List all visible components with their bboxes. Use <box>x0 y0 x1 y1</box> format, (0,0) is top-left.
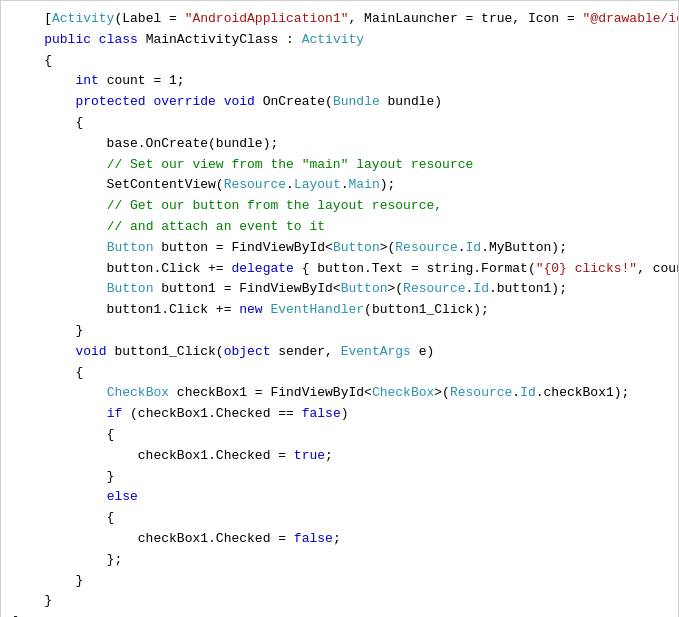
code-content: // Get our button from the layout resour… <box>13 196 666 217</box>
code-content: checkBox1.Checked = false; <box>13 529 666 550</box>
code-line: [Activity(Label = "AndroidApplication1",… <box>1 9 678 30</box>
code-line: Button button = FindViewById<Button>(Res… <box>1 238 678 259</box>
token-plain <box>13 281 107 296</box>
token-plain: button1.Click += <box>13 302 239 317</box>
token-plain: ); <box>380 177 396 192</box>
token-type: Resource <box>395 240 457 255</box>
token-plain <box>216 94 224 109</box>
token-plain <box>13 489 107 504</box>
token-type: Layout <box>294 177 341 192</box>
code-line: int count = 1; <box>1 71 678 92</box>
token-kw: delegate <box>231 261 293 276</box>
token-plain: count = 1; <box>99 73 185 88</box>
code-line: checkBox1.Checked = false; <box>1 529 678 550</box>
token-kw: public <box>44 32 91 47</box>
code-line: // Get our button from the layout resour… <box>1 196 678 217</box>
token-attr: Activity <box>302 32 364 47</box>
token-kw: int <box>75 73 98 88</box>
token-plain: checkBox1.Checked = <box>13 531 294 546</box>
token-kw: class <box>99 32 138 47</box>
token-plain: } <box>13 573 83 588</box>
code-content: } <box>13 612 666 617</box>
token-plain: >( <box>380 240 396 255</box>
token-kw: new <box>239 302 262 317</box>
code-line: void button1_Click(object sender, EventA… <box>1 342 678 363</box>
token-plain: [ <box>13 11 52 26</box>
code-content: { <box>13 113 666 134</box>
code-line: SetContentView(Resource.Layout.Main); <box>1 175 678 196</box>
token-type: Button <box>333 240 380 255</box>
token-comment: // Set our view from the "main" layout r… <box>107 157 474 172</box>
token-type: Main <box>349 177 380 192</box>
token-plain: ) <box>341 406 349 421</box>
token-type: Id <box>473 281 489 296</box>
token-plain: checkBox1 = FindViewById< <box>169 385 372 400</box>
token-plain: button1_Click( <box>107 344 224 359</box>
code-content: } <box>13 591 666 612</box>
token-plain: e) <box>411 344 434 359</box>
code-line: } <box>1 467 678 488</box>
token-kw: if <box>107 406 123 421</box>
token-plain: { <box>13 53 52 68</box>
code-line: { <box>1 363 678 384</box>
token-plain: (Label = <box>114 11 184 26</box>
code-content: checkBox1.Checked = true; <box>13 446 666 467</box>
token-str: "{0} clicks!" <box>536 261 637 276</box>
code-content: SetContentView(Resource.Layout.Main); <box>13 175 666 196</box>
token-plain: . <box>512 385 520 400</box>
code-content: { <box>13 51 666 72</box>
token-plain: , count++); }; <box>637 261 679 276</box>
code-content: base.OnCreate(bundle); <box>13 134 666 155</box>
token-plain: button = FindViewById< <box>153 240 332 255</box>
code-line: }; <box>1 550 678 571</box>
token-type: Resource <box>224 177 286 192</box>
code-content: button.Click += delegate { button.Text =… <box>13 259 679 280</box>
token-plain <box>13 157 107 172</box>
token-plain: .button1); <box>489 281 567 296</box>
token-plain <box>13 406 107 421</box>
code-content: public class MainActivityClass : Activit… <box>13 30 666 51</box>
code-content: // Set our view from the "main" layout r… <box>13 155 666 176</box>
token-str: "AndroidApplication1" <box>185 11 349 26</box>
token-plain: { <box>13 115 83 130</box>
token-plain: (button1_Click); <box>364 302 489 317</box>
token-type: EventArgs <box>341 344 411 359</box>
code-line: // Set our view from the "main" layout r… <box>1 155 678 176</box>
code-line: } <box>1 571 678 592</box>
token-type: Resource <box>450 385 512 400</box>
token-kw: void <box>75 344 106 359</box>
code-line: } <box>1 591 678 612</box>
code-line: button.Click += delegate { button.Text =… <box>1 259 678 280</box>
token-plain: (checkBox1.Checked == <box>122 406 301 421</box>
token-kw: else <box>107 489 138 504</box>
token-plain: . <box>458 240 466 255</box>
token-plain: .checkBox1); <box>536 385 630 400</box>
token-comment: // Get our button from the layout resour… <box>107 198 442 213</box>
code-line: protected override void OnCreate(Bundle … <box>1 92 678 113</box>
token-plain: . <box>341 177 349 192</box>
token-plain: sender, <box>270 344 340 359</box>
token-kw: protected <box>75 94 145 109</box>
token-plain: ; <box>333 531 341 546</box>
token-plain: bundle) <box>380 94 442 109</box>
token-kw: object <box>224 344 271 359</box>
code-content: { <box>13 425 666 446</box>
code-line: } <box>1 612 678 617</box>
code-line: public class MainActivityClass : Activit… <box>1 30 678 51</box>
code-line: button1.Click += new EventHandler(button… <box>1 300 678 321</box>
code-content: }; <box>13 550 666 571</box>
token-kw: true <box>294 448 325 463</box>
token-plain: MainActivityClass : <box>138 32 302 47</box>
token-plain: OnCreate( <box>255 94 333 109</box>
token-plain: checkBox1.Checked = <box>13 448 294 463</box>
token-kw: false <box>294 531 333 546</box>
token-plain <box>13 198 107 213</box>
code-editor: [Activity(Label = "AndroidApplication1",… <box>0 0 679 617</box>
token-type: Bundle <box>333 94 380 109</box>
code-content: Button button = FindViewById<Button>(Res… <box>13 238 666 259</box>
token-plain <box>13 32 44 47</box>
code-content: [Activity(Label = "AndroidApplication1",… <box>13 9 679 30</box>
token-plain <box>13 344 75 359</box>
code-line: // and attach an event to it <box>1 217 678 238</box>
code-line: { <box>1 508 678 529</box>
